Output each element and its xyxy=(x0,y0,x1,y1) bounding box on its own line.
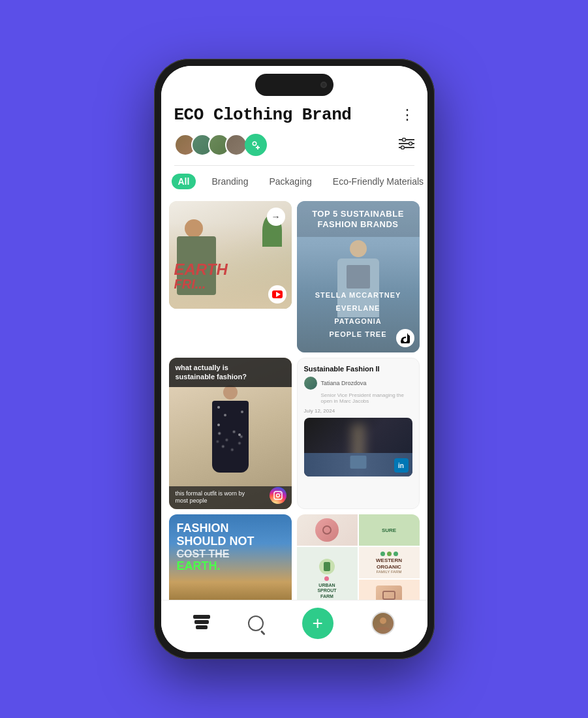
fashion-line3: COST THE xyxy=(177,548,284,560)
svg-point-9 xyxy=(401,146,404,149)
dots-row xyxy=(380,552,398,556)
add-member-button[interactable] xyxy=(245,134,267,156)
author-name: Tatiana Drozdova xyxy=(321,380,367,386)
western-organic-label: WESTERNORGANIC xyxy=(376,557,402,570)
fashion-line1: FASHION xyxy=(177,522,284,535)
brand-shape xyxy=(376,585,402,600)
nav-add-button[interactable]: + xyxy=(302,608,333,639)
svg-point-18 xyxy=(380,617,386,624)
tab-eco-materials[interactable]: Eco-Friendly Materials xyxy=(328,174,427,189)
top5-title: TOP 5 SUSTAINABLEFASHION BRANDS xyxy=(305,209,412,229)
author-subtitle: Senior Vice President managing the open … xyxy=(304,392,412,404)
family-farm-text: Family Farm xyxy=(376,570,401,574)
article-author-row: Tatiana Drozdova xyxy=(304,377,412,390)
collage-cell-2: SURE xyxy=(359,514,420,546)
brand-everlane: EVERLANE xyxy=(331,303,386,313)
collage-cell-3: WESTERNORGANIC Family Farm xyxy=(359,547,420,578)
title-row: ECO Clothing Brand ⋮ xyxy=(174,105,414,125)
tiktok-badge xyxy=(396,329,414,347)
instagram-badge xyxy=(270,487,286,504)
author-avatar xyxy=(304,377,317,390)
urban-sprout-label: URBANSPROUTFARM xyxy=(317,583,336,599)
svg-point-13 xyxy=(276,494,279,497)
card-fashion-quote[interactable]: FASHION SHOULD NOT COST THE EARTH. xyxy=(169,514,292,600)
svg-point-14 xyxy=(279,493,280,493)
content-grid: EARTH FRI... → xyxy=(161,196,427,600)
camera-dot xyxy=(320,82,327,88)
chair xyxy=(350,456,366,469)
svg-point-8 xyxy=(409,142,412,145)
nav-search[interactable] xyxy=(248,616,264,631)
outfit-caption: this formal outfit is worn bymost people xyxy=(176,490,285,505)
tab-all[interactable]: All xyxy=(172,174,196,189)
svg-point-7 xyxy=(402,138,405,141)
card3-top-text: what actually issustainable fashion? xyxy=(169,358,292,387)
article-title: Sustainable Fashion II xyxy=(304,365,412,373)
stacks-icon xyxy=(193,615,210,632)
svg-rect-16 xyxy=(194,620,209,624)
top5-overlay: TOP 5 SUSTAINABLEFASHION BRANDS xyxy=(297,201,420,237)
profile-avatar xyxy=(371,612,395,635)
category-tabs: All Branding Packaging Eco-Friendly Mate… xyxy=(161,166,427,196)
urban-sprout-block: URBANSPROUTFARM xyxy=(317,559,336,599)
tab-branding[interactable]: Branding xyxy=(206,174,253,189)
board-title: ECO Clothing Brand xyxy=(174,105,352,125)
collage-cell-5 xyxy=(359,580,420,600)
more-menu-icon[interactable]: ⋮ xyxy=(400,106,414,123)
fashion-text-block: FASHION SHOULD NOT COST THE EARTH. xyxy=(177,522,284,573)
svg-rect-15 xyxy=(193,615,210,619)
arrow-icon: → xyxy=(267,208,285,226)
article-date: July 12, 2024 xyxy=(304,408,412,414)
filter-icon[interactable] xyxy=(399,138,414,153)
person-figure xyxy=(212,385,249,473)
card-sustainable-fashion[interactable]: what actually issustainable fashion? thi… xyxy=(169,358,292,509)
brand-patagonia: PATAGONIA xyxy=(329,316,387,326)
svg-rect-17 xyxy=(196,625,208,629)
tab-packaging[interactable]: Packaging xyxy=(264,174,317,189)
svg-point-1 xyxy=(253,142,256,145)
phone-frame: ECO Clothing Brand ⋮ xyxy=(154,59,435,659)
earth-fri-text: EARTH FRI... xyxy=(174,262,228,290)
collage-cell-4: URBANSPROUTFARM xyxy=(297,547,358,600)
card-top5-brands[interactable]: TOP 5 SUSTAINABLEFASHION BRANDS STELLA M… xyxy=(297,201,420,352)
pink-dot xyxy=(324,576,329,581)
brand-stella: STELLA MCCARTNEY xyxy=(310,290,407,300)
youtube-badge xyxy=(268,285,286,304)
members-row xyxy=(174,134,414,156)
article-thumbnail: in xyxy=(304,418,412,476)
bottom-nav: + xyxy=(161,600,427,652)
brand-label-sure: SURE xyxy=(382,527,396,533)
nav-profile[interactable] xyxy=(371,612,395,635)
urban-icon xyxy=(319,559,335,574)
member-avatars xyxy=(174,134,267,156)
avatar-4 xyxy=(225,134,247,156)
dynamic-island xyxy=(255,74,333,96)
linkedin-badge: in xyxy=(394,458,409,473)
card-article[interactable]: Sustainable Fashion II Tatiana Drozdova … xyxy=(297,358,420,509)
phone-screen: ECO Clothing Brand ⋮ xyxy=(161,66,427,652)
brand-people-tree: PEOPLE TREE xyxy=(324,329,392,339)
card-earth-crafting[interactable]: EARTH FRI... → xyxy=(169,201,292,309)
search-icon xyxy=(248,616,264,631)
person-head xyxy=(185,219,203,238)
nav-stacks[interactable] xyxy=(193,615,210,632)
card-brand-collage[interactable]: SURE WESTERNORGANIC Family Farm xyxy=(297,514,420,600)
fashion-line2: SHOULD NOT xyxy=(177,535,284,548)
fashion-line4: EARTH. xyxy=(177,559,284,573)
svg-rect-12 xyxy=(274,492,282,499)
sustainable-question: what actually issustainable fashion? xyxy=(176,363,285,382)
collage-cell-1 xyxy=(297,514,358,546)
brand-icon-1 xyxy=(315,518,339,542)
